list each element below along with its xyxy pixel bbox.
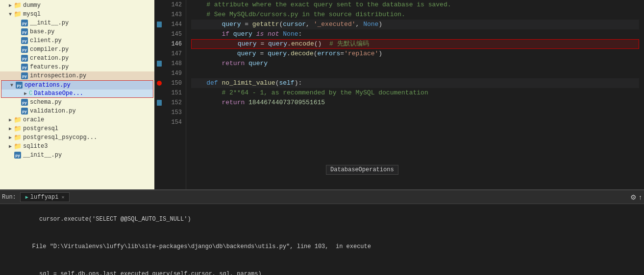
folder-icon-postgresql: 📁 [14, 125, 22, 133]
linenum-152: 152 [166, 98, 182, 108]
run-tab-label: luffyapi [30, 194, 59, 201]
tree-item-client[interactable]: py client.py [0, 36, 154, 45]
tree-item-creation[interactable]: py creation.py [0, 54, 154, 63]
console-line-3: sql = self.db.ops.last_executed_query(se… [4, 261, 640, 275]
py-icon-init2: py [14, 151, 22, 159]
code-line-153 [191, 108, 639, 117]
tree-item-sqlite3[interactable]: ▶ 📁 sqlite3 [0, 142, 154, 151]
linenum-148: 148 [166, 59, 182, 69]
line-numbers: 142 143 144 145 146 147 148 149 150 151 … [164, 0, 186, 189]
arrow-psycopg[interactable]: ▶ [7, 135, 14, 140]
arrow-dummy[interactable]: ▶ [7, 2, 14, 8]
linenum-144: 144 [166, 20, 182, 29]
py-icon-operations: py [15, 81, 23, 89]
path-link-utils[interactable]: D:\Virtualenvs\luffy\lib\site-packages\d… [53, 243, 286, 250]
linenum-151: 151 [166, 88, 182, 98]
code-editor[interactable]: 142 143 144 145 146 147 148 149 150 151 … [154, 0, 644, 189]
tree-item-init[interactable]: py __init__.py [0, 19, 154, 27]
folder-icon-oracle: 📁 [14, 116, 22, 124]
linenum-150: 150 [166, 78, 182, 88]
gutter-143 [154, 10, 164, 20]
gutter-152 [154, 98, 164, 108]
file-tree[interactable]: ▶ 📁 dummy ▼ 📁 mysql py __init__.py py ba… [0, 0, 154, 189]
linenum-142: 142 [166, 0, 182, 10]
tree-item-schema[interactable]: py schema.py [0, 98, 154, 107]
code-line-147: query = query.decode(errors='replace') [191, 49, 639, 59]
tree-item-databaseope[interactable]: ▶ C DatabaseOpe... [1, 90, 153, 97]
tree-item-introspection[interactable]: py introspection.py [0, 71, 154, 80]
tree-item-init2[interactable]: py __init__.py [0, 151, 154, 160]
folder-icon-sqlite3: 📁 [14, 142, 22, 150]
arrow-sqlite3[interactable]: ▶ [7, 143, 14, 149]
folder-icon-dummy: 📁 [14, 1, 22, 9]
tree-item-features[interactable]: py features.py [0, 63, 154, 71]
label-oracle: oracle [23, 116, 44, 123]
gutter-150 [154, 78, 164, 88]
tree-item-compiler[interactable]: py compiler.py [0, 45, 154, 54]
tree-item-mysql[interactable]: ▼ 📁 mysql [0, 10, 154, 19]
py-icon-init: py [21, 19, 28, 27]
arrow-postgresql[interactable]: ▶ [7, 126, 14, 132]
linenum-147: 147 [166, 49, 182, 59]
tab-close-button[interactable]: ✕ [61, 194, 64, 200]
console-output: cursor.execute('SELECT @@SQL_AUTO_IS_NUL… [0, 204, 644, 275]
py-icon-features: py [21, 63, 28, 71]
code-line-149 [191, 69, 639, 78]
code-line-154 [191, 117, 639, 127]
tree-item-oracle[interactable]: ▶ 📁 oracle [0, 115, 154, 124]
label-init2: __init__.py [23, 152, 62, 159]
run-toolbar[interactable]: ⚙ ↑ [630, 193, 642, 201]
gutter-149 [154, 69, 164, 78]
code-line-142: # attribute where the exact query sent t… [191, 0, 639, 10]
tree-item-base[interactable]: py base.py [0, 27, 154, 36]
folder-icon-psycopg: 📁 [14, 134, 22, 141]
gutter-148 [154, 59, 164, 69]
run-tab-icon: ▶ [25, 194, 28, 200]
tree-item-postgresql[interactable]: ▶ 📁 postgresql [0, 124, 154, 133]
linenum-149: 149 [166, 69, 182, 78]
run-tabs-bar[interactable]: Run: ▶ luffyapi ✕ ⚙ ↑ [0, 190, 644, 204]
arrow-databaseope[interactable]: ▶ [22, 91, 29, 96]
label-features: features.py [30, 64, 69, 70]
tree-item-dummy[interactable]: ▶ 📁 dummy [0, 1, 154, 10]
linenum-153: 153 [166, 108, 182, 117]
label-schema: schema.py [30, 99, 62, 106]
gutter-142 [154, 0, 164, 10]
code-line-143: # See MySQLdb/cursors.py in the source d… [191, 10, 639, 20]
tree-item-validation[interactable]: py validation.py [0, 107, 154, 115]
gutter-146 [154, 39, 164, 49]
bookmark-icon-148 [156, 60, 163, 67]
tree-item-postgresql-psycopg[interactable]: ▶ 📁 postgresql_psycopg... [0, 133, 154, 142]
label-operations: operations.py [25, 82, 71, 89]
svg-rect-1 [157, 61, 162, 67]
svg-rect-2 [157, 100, 162, 106]
class-icon-databaseope: C [29, 90, 32, 97]
console-line-2: File "D:\Virtualenvs\luffy\lib\site-pack… [4, 233, 640, 260]
code-content[interactable]: # attribute where the exact query sent t… [186, 0, 644, 189]
label-postgresql: postgresql [23, 125, 58, 132]
gutter-145 [154, 29, 164, 39]
py-icon-validation: py [21, 107, 28, 115]
arrow-operations[interactable]: ▼ [8, 83, 15, 88]
code-line-144: query = getattr(cursor, '_executed', Non… [191, 20, 639, 29]
arrow-mysql[interactable]: ▼ [7, 12, 14, 17]
gutter-153 [154, 108, 164, 117]
tooltip-bar: DatabaseOperations [326, 165, 398, 175]
tree-item-operations[interactable]: ▼ py operations.py [1, 81, 153, 90]
folder-icon-mysql: 📁 [14, 10, 22, 18]
arrow-oracle[interactable]: ▶ [7, 117, 14, 123]
settings-button[interactable]: ⚙ [630, 193, 637, 201]
bookmark-icon-152 [156, 99, 163, 106]
py-icon-schema: py [21, 98, 28, 106]
label-sqlite3: sqlite3 [23, 143, 48, 150]
breakpoint-150[interactable] [157, 81, 162, 86]
run-tab-luffyapi[interactable]: ▶ luffyapi ✕ [20, 192, 70, 202]
label-init: __init__.py [30, 20, 69, 26]
scroll-up-button[interactable]: ↑ [639, 193, 642, 201]
linenum-143: 143 [166, 10, 182, 20]
label-creation: creation.py [30, 55, 69, 62]
gutter-151 [154, 88, 164, 98]
code-line-146: query = query.encode() # 先默认编码 [191, 39, 639, 49]
code-line-148: return query [191, 59, 639, 69]
run-label: Run: [2, 194, 16, 201]
